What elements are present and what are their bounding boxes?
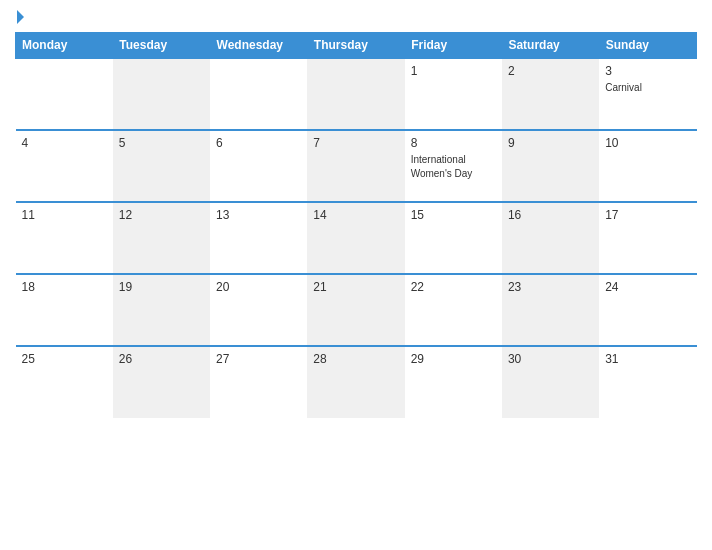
day-number: 6 (216, 136, 301, 150)
day-number: 8 (411, 136, 496, 150)
day-number: 2 (508, 64, 593, 78)
calendar-cell: 4 (16, 130, 113, 202)
calendar-cell: 3Carnival (599, 58, 696, 130)
weekday-header-tuesday: Tuesday (113, 33, 210, 59)
calendar-cell: 27 (210, 346, 307, 418)
day-number: 26 (119, 352, 204, 366)
day-number: 14 (313, 208, 398, 222)
calendar-week-row: 18192021222324 (16, 274, 697, 346)
weekday-header-thursday: Thursday (307, 33, 404, 59)
calendar-cell: 5 (113, 130, 210, 202)
calendar-cell (113, 58, 210, 130)
day-number: 17 (605, 208, 690, 222)
calendar-cell: 26 (113, 346, 210, 418)
calendar-header (15, 10, 697, 24)
day-event: International Women's Day (411, 154, 473, 179)
weekday-header-sunday: Sunday (599, 33, 696, 59)
day-event: Carnival (605, 82, 642, 93)
day-number: 20 (216, 280, 301, 294)
calendar-cell: 20 (210, 274, 307, 346)
weekday-header-row: MondayTuesdayWednesdayThursdayFridaySatu… (16, 33, 697, 59)
calendar-cell: 28 (307, 346, 404, 418)
calendar-cell: 15 (405, 202, 502, 274)
calendar-cell: 1 (405, 58, 502, 130)
calendar-week-row: 123Carnival (16, 58, 697, 130)
calendar-cell: 8International Women's Day (405, 130, 502, 202)
day-number: 1 (411, 64, 496, 78)
calendar-page: MondayTuesdayWednesdayThursdayFridaySatu… (0, 0, 712, 550)
logo-triangle-icon (17, 10, 24, 24)
logo (15, 10, 105, 24)
day-number: 16 (508, 208, 593, 222)
day-number: 29 (411, 352, 496, 366)
calendar-cell: 24 (599, 274, 696, 346)
calendar-cell: 7 (307, 130, 404, 202)
calendar-week-row: 25262728293031 (16, 346, 697, 418)
day-number: 13 (216, 208, 301, 222)
calendar-cell: 30 (502, 346, 599, 418)
calendar-cell: 25 (16, 346, 113, 418)
calendar-cell: 11 (16, 202, 113, 274)
day-number: 30 (508, 352, 593, 366)
calendar-week-row: 11121314151617 (16, 202, 697, 274)
calendar-cell: 31 (599, 346, 696, 418)
weekday-header-friday: Friday (405, 33, 502, 59)
day-number: 18 (22, 280, 107, 294)
calendar-cell: 16 (502, 202, 599, 274)
day-number: 5 (119, 136, 204, 150)
day-number: 9 (508, 136, 593, 150)
weekday-header-saturday: Saturday (502, 33, 599, 59)
calendar-cell (16, 58, 113, 130)
day-number: 25 (22, 352, 107, 366)
calendar-cell: 29 (405, 346, 502, 418)
day-number: 21 (313, 280, 398, 294)
calendar-cell (307, 58, 404, 130)
calendar-cell: 13 (210, 202, 307, 274)
calendar-cell: 21 (307, 274, 404, 346)
calendar-cell: 22 (405, 274, 502, 346)
day-number: 7 (313, 136, 398, 150)
day-number: 11 (22, 208, 107, 222)
calendar-cell: 23 (502, 274, 599, 346)
day-number: 15 (411, 208, 496, 222)
weekday-header-wednesday: Wednesday (210, 33, 307, 59)
calendar-cell (210, 58, 307, 130)
calendar-cell: 2 (502, 58, 599, 130)
calendar-week-row: 45678International Women's Day910 (16, 130, 697, 202)
day-number: 24 (605, 280, 690, 294)
calendar-cell: 10 (599, 130, 696, 202)
day-number: 22 (411, 280, 496, 294)
day-number: 10 (605, 136, 690, 150)
calendar-cell: 9 (502, 130, 599, 202)
day-number: 4 (22, 136, 107, 150)
calendar-table: MondayTuesdayWednesdayThursdayFridaySatu… (15, 32, 697, 418)
weekday-header-monday: Monday (16, 33, 113, 59)
day-number: 28 (313, 352, 398, 366)
calendar-cell: 18 (16, 274, 113, 346)
calendar-cell: 19 (113, 274, 210, 346)
calendar-cell: 17 (599, 202, 696, 274)
calendar-cell: 14 (307, 202, 404, 274)
day-number: 3 (605, 64, 690, 78)
day-number: 31 (605, 352, 690, 366)
day-number: 12 (119, 208, 204, 222)
day-number: 23 (508, 280, 593, 294)
calendar-cell: 12 (113, 202, 210, 274)
calendar-cell: 6 (210, 130, 307, 202)
day-number: 19 (119, 280, 204, 294)
day-number: 27 (216, 352, 301, 366)
